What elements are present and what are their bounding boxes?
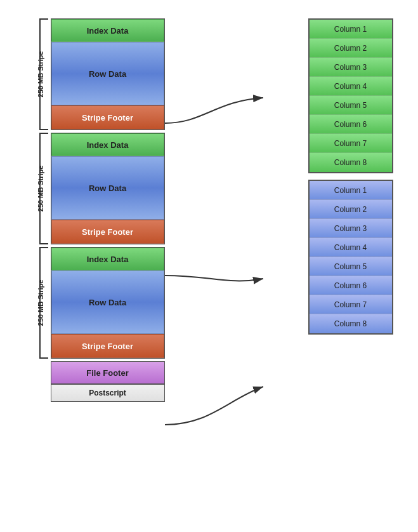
col-green-7: Column 7	[310, 134, 392, 153]
col-green-5: Column 5	[310, 96, 392, 115]
stripe-2-row: Row Data	[51, 156, 164, 220]
stripe-1: Index Data Row Data Stripe Footer	[51, 18, 165, 130]
col-group-green: Column 1 Column 2 Column 3 Column 4 Colu…	[308, 18, 393, 173]
stripe-3: Index Data Row Data Stripe Footer	[51, 247, 165, 359]
stripe-3-index: Index Data	[51, 248, 164, 270]
stripe-1-index: Index Data	[51, 19, 164, 42]
col-group-blue: Column 1 Column 2 Column 3 Column 4 Colu…	[308, 180, 393, 335]
right-section: Column 1 Column 2 Column 3 Column 4 Colu…	[308, 18, 393, 335]
col-green-2: Column 2	[310, 39, 392, 58]
diagram-container: 250 MB Stripe Index Data Row Data Stripe…	[13, 12, 406, 520]
stripe-3-label: 250 MB Stripe	[37, 280, 44, 326]
stripe-3-footer: Stripe Footer	[51, 334, 164, 358]
bottom-cells: File Footer Postscript	[51, 361, 165, 402]
stripe-1-footer: Stripe Footer	[51, 105, 164, 130]
col-blue-7: Column 7	[310, 295, 392, 314]
col-green-1: Column 1	[310, 20, 392, 39]
stripe-2-footer: Stripe Footer	[51, 220, 164, 244]
col-blue-4: Column 4	[310, 238, 392, 257]
stripe-2: Index Data Row Data Stripe Footer	[51, 133, 165, 244]
col-green-6: Column 6	[310, 115, 392, 134]
col-green-8: Column 8	[310, 153, 392, 172]
stripe-1-row: Row Data	[51, 42, 164, 105]
col-blue-1: Column 1	[310, 181, 392, 200]
col-blue-5: Column 5	[310, 257, 392, 276]
col-green-3: Column 3	[310, 58, 392, 77]
file-footer: File Footer	[51, 361, 165, 384]
col-blue-8: Column 8	[310, 314, 392, 333]
stripe-3-row: Row Data	[51, 270, 164, 334]
col-green-4: Column 4	[310, 77, 392, 96]
col-blue-6: Column 6	[310, 276, 392, 295]
postscript: Postscript	[51, 384, 165, 402]
col-blue-3: Column 3	[310, 219, 392, 238]
left-column: 250 MB Stripe Index Data Row Data Stripe…	[51, 18, 165, 402]
col-blue-2: Column 2	[310, 200, 392, 219]
stripe-2-label: 250 MB Stripe	[37, 166, 44, 212]
stripe-1-label: 250 MB Stripe	[37, 51, 44, 98]
stripe-2-index: Index Data	[51, 133, 164, 156]
